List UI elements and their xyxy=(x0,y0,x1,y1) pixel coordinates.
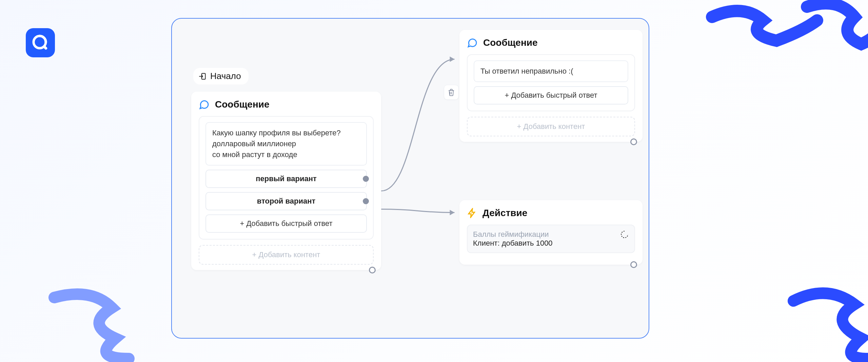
delete-button[interactable] xyxy=(444,85,459,100)
svg-marker-2 xyxy=(450,57,455,62)
card-output-port[interactable] xyxy=(630,138,637,145)
bolt-icon xyxy=(467,208,477,218)
decorative-squiggle xyxy=(41,284,142,362)
card-output-port[interactable] xyxy=(369,267,376,273)
start-chip-label: Начало xyxy=(210,71,241,81)
add-content-label: + Добавить контент xyxy=(517,122,585,131)
output-port[interactable] xyxy=(363,176,369,182)
message-card-2[interactable]: Сообщение Ты ответил неправильно :( + До… xyxy=(459,30,643,142)
enter-icon xyxy=(198,72,207,81)
decorative-squiggle xyxy=(702,0,868,98)
add-quick-reply-button[interactable]: + Добавить быстрый ответ xyxy=(474,86,628,104)
action-type-label: Баллы геймификации xyxy=(473,230,629,239)
trash-icon xyxy=(447,88,455,96)
add-content-button[interactable]: + Добавить контент xyxy=(199,245,374,265)
card-title: Сообщение xyxy=(215,99,270,110)
quick-reply-option-1[interactable]: первый вариант xyxy=(205,170,367,188)
message-content-block: Ты ответил неправильно :( + Добавить быс… xyxy=(467,54,635,111)
message-line: со мной растут в доходе xyxy=(212,149,360,160)
option-label: второй вариант xyxy=(257,197,315,206)
add-content-button[interactable]: + Добавить контент xyxy=(467,117,635,136)
chat-icon xyxy=(467,37,478,48)
card-output-port[interactable] xyxy=(630,261,637,268)
add-content-label: + Добавить контент xyxy=(252,250,320,259)
add-quick-reply-button[interactable]: + Добавить быстрый ответ xyxy=(205,214,367,233)
message-card-1[interactable]: Сообщение Какую шапку профиля вы выберет… xyxy=(191,92,381,270)
start-chip[interactable]: Начало xyxy=(193,68,249,84)
option-label: первый вариант xyxy=(256,174,317,183)
message-text[interactable]: Ты ответил неправильно :( xyxy=(474,60,628,82)
card-title: Действие xyxy=(482,208,527,218)
add-quick-reply-label: + Добавить быстрый ответ xyxy=(240,219,332,228)
chat-icon xyxy=(199,99,210,110)
svg-marker-3 xyxy=(450,210,455,215)
add-quick-reply-label: + Добавить быстрый ответ xyxy=(505,91,597,100)
message-line: Ты ответил неправильно :( xyxy=(480,66,622,77)
flow-editor-panel: Начало Сообщение Какую шапку профиля вы … xyxy=(171,18,649,339)
message-content-block: Какую шапку профиля вы выберете? долларо… xyxy=(199,116,374,240)
message-line: долларовый миллионер xyxy=(212,138,360,149)
action-value: Клиент: добавить 1000 xyxy=(473,239,629,248)
app-logo xyxy=(26,28,55,57)
action-content-block[interactable]: Баллы геймификации Клиент: добавить 1000 xyxy=(467,225,635,253)
message-line: Какую шапку профиля вы выберете? xyxy=(212,128,360,138)
decorative-squiggle xyxy=(787,281,868,362)
quick-reply-option-2[interactable]: второй вариант xyxy=(205,192,367,210)
card-title: Сообщение xyxy=(483,37,538,48)
action-card[interactable]: Действие Баллы геймификации Клиент: доба… xyxy=(459,200,643,265)
spinner-icon xyxy=(620,230,629,239)
message-text[interactable]: Какую шапку профиля вы выберете? долларо… xyxy=(205,122,367,166)
output-port[interactable] xyxy=(363,198,369,204)
